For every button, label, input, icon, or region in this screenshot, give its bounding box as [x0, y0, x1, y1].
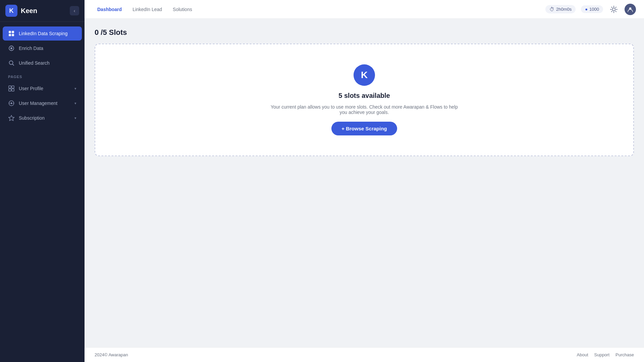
sidebar-item-user-profile-label: User Profile	[19, 86, 43, 91]
svg-point-13	[11, 103, 12, 104]
credits-icon: ●	[585, 7, 588, 12]
timer-badge: ⏱ 2h0m0s	[545, 5, 576, 13]
credits-badge: ● 1000	[581, 5, 603, 13]
slots-available-heading: 5 slots available	[338, 92, 390, 100]
timer-value: 2h0m0s	[556, 7, 572, 12]
user-profile-chevron-icon: ▾	[74, 86, 76, 91]
svg-rect-8	[9, 86, 11, 88]
sidebar-item-user-management[interactable]: User Management ▾	[3, 96, 82, 110]
slots-description: Your current plan allows you to use more…	[270, 104, 458, 115]
svg-rect-9	[12, 86, 14, 88]
svg-line-25	[611, 11, 612, 12]
tab-solutions[interactable]: Solutions	[168, 5, 197, 14]
sidebar-item-user-management-label: User Management	[19, 101, 57, 106]
brand: K Keen	[5, 5, 37, 17]
pages-section-label: PAGES	[0, 71, 85, 81]
page-footer: 2024© Awarapan About Support Purchase	[85, 347, 644, 362]
tab-dashboard[interactable]: Dashboard	[93, 5, 126, 14]
svg-line-22	[611, 7, 612, 7]
subscription-chevron-icon: ▾	[74, 116, 76, 120]
main-content: 0 /5 Slots K 5 slots available Your curr…	[85, 19, 644, 347]
svg-point-5	[10, 47, 12, 49]
sidebar-item-unified-label: Unified Search	[19, 60, 50, 66]
enrich-data-icon	[8, 45, 15, 52]
credits-value: 1000	[589, 7, 599, 12]
footer-link-support[interactable]: Support	[594, 352, 610, 357]
svg-line-7	[13, 64, 14, 66]
sidebar-collapse-button[interactable]: ‹	[70, 6, 79, 15]
svg-line-24	[615, 7, 616, 7]
svg-point-15	[13, 103, 14, 104]
unified-search-icon	[8, 60, 15, 66]
linkedin-data-scraping-icon	[8, 30, 15, 37]
user-management-chevron-icon: ▾	[74, 101, 76, 106]
empty-state-card: K 5 slots available Your current plan al…	[95, 44, 634, 156]
svg-line-23	[615, 11, 616, 12]
svg-point-14	[9, 103, 10, 104]
footer-link-about[interactable]: About	[577, 352, 588, 357]
svg-rect-0	[9, 31, 11, 33]
svg-rect-2	[9, 34, 11, 36]
svg-point-6	[9, 61, 13, 65]
sidebar-header: K Keen ‹	[0, 0, 85, 22]
topnav-right: ⏱ 2h0m0s ● 1000	[545, 4, 636, 15]
footer-links: About Support Purchase	[577, 352, 634, 357]
brand-logo: K	[5, 5, 17, 17]
main-area: Dashboard LinkedIn Lead Solutions ⏱ 2h0m…	[85, 0, 644, 362]
theme-toggle-button[interactable]	[608, 4, 619, 15]
brand-name: Keen	[21, 7, 37, 15]
tab-linkedin-lead[interactable]: LinkedIn Lead	[128, 5, 167, 14]
sidebar-item-user-profile[interactable]: User Profile ▾	[3, 81, 82, 96]
top-navigation: Dashboard LinkedIn Lead Solutions ⏱ 2h0m…	[85, 0, 644, 19]
user-profile-icon	[8, 85, 15, 92]
keen-logo-circle: K	[354, 64, 375, 86]
footer-copyright: 2024© Awarapan	[95, 352, 128, 357]
svg-rect-3	[12, 34, 14, 36]
user-avatar-button[interactable]	[625, 4, 636, 15]
sidebar-item-enrich-label: Enrich Data	[19, 46, 43, 51]
svg-rect-11	[12, 89, 14, 91]
sidebar-item-linkedin-label: LinkedIn Data Scraping	[19, 31, 68, 36]
slots-title: 0 /5 Slots	[95, 28, 634, 37]
svg-marker-16	[9, 115, 14, 121]
timer-icon: ⏱	[549, 6, 554, 12]
user-management-icon	[8, 100, 15, 107]
sidebar-item-unified-search[interactable]: Unified Search	[3, 56, 82, 70]
sidebar-item-enrich-data[interactable]: Enrich Data	[3, 41, 82, 55]
svg-point-17	[612, 8, 615, 11]
svg-rect-1	[12, 31, 14, 33]
browse-scraping-button[interactable]: + Browse Scraping	[331, 122, 397, 135]
sidebar-item-subscription-label: Subscription	[19, 115, 45, 121]
subscription-icon	[8, 115, 15, 121]
sidebar-navigation: LinkedIn Data Scraping Enrich Data Unifi…	[0, 22, 85, 362]
sidebar-item-subscription[interactable]: Subscription ▾	[3, 111, 82, 125]
sidebar-item-linkedin-data-scraping[interactable]: LinkedIn Data Scraping	[3, 26, 82, 41]
svg-rect-10	[9, 89, 11, 91]
sidebar: K Keen ‹ LinkedIn Data Scraping	[0, 0, 85, 362]
footer-link-purchase[interactable]: Purchase	[615, 352, 634, 357]
